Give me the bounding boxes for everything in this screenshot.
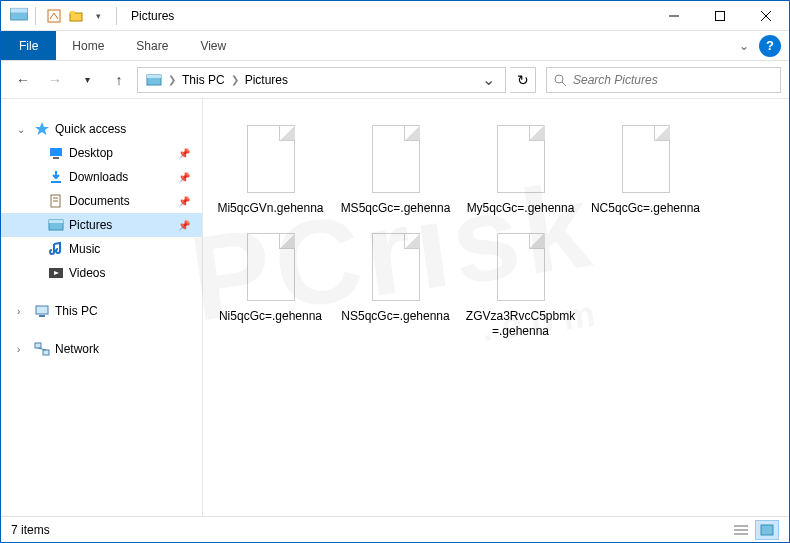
file-item[interactable]: Ni5qcGc=.gehenna <box>213 227 328 340</box>
breadcrumb-this-pc[interactable]: This PC <box>178 73 229 87</box>
chevron-right-icon[interactable]: ❯ <box>229 74 241 85</box>
sidebar-item-videos[interactable]: Videos <box>1 261 202 285</box>
forward-button[interactable]: → <box>41 66 69 94</box>
file-icon <box>614 119 678 199</box>
file-name: Ni5qcGc=.gehenna <box>219 309 322 325</box>
file-name: ZGVza3RvcC5pbmk=.gehenna <box>463 309 578 340</box>
tab-share[interactable]: Share <box>120 31 184 60</box>
search-icon <box>553 73 567 87</box>
file-icon <box>239 119 303 199</box>
svg-rect-32 <box>761 525 773 535</box>
svg-marker-13 <box>35 122 49 135</box>
file-item[interactable]: My5qcGc=.gehenna <box>463 119 578 217</box>
chevron-right-icon[interactable]: › <box>17 344 29 355</box>
thumbnails-view-button[interactable] <box>755 520 779 540</box>
file-item[interactable]: NS5qcGc=.gehenna <box>338 227 453 340</box>
maximize-button[interactable] <box>697 1 743 31</box>
tree-label: Quick access <box>55 122 126 136</box>
details-view-button[interactable] <box>729 520 753 540</box>
location-icon <box>142 72 166 88</box>
tree-label: This PC <box>55 304 98 318</box>
sidebar-item-label: Pictures <box>69 218 112 232</box>
svg-line-28 <box>38 348 46 350</box>
chevron-right-icon[interactable]: ❯ <box>166 74 178 85</box>
sidebar-item-label: Music <box>69 242 100 256</box>
qat-properties-icon[interactable] <box>44 6 64 26</box>
close-button[interactable] <box>743 1 789 31</box>
tree-label: Network <box>55 342 99 356</box>
file-name: NC5qcGc=.gehenna <box>591 201 700 217</box>
file-grid: Mi5qcGVn.gehennaMS5qcGc=.gehennaMy5qcGc=… <box>213 119 779 340</box>
address-dropdown-icon[interactable]: ⌄ <box>476 70 501 89</box>
navigation-pane: ⌄ Quick access Desktop📌Downloads📌Documen… <box>1 99 203 516</box>
svg-rect-6 <box>716 11 725 20</box>
file-item[interactable]: ZGVza3RvcC5pbmk=.gehenna <box>463 227 578 340</box>
network-icon <box>33 340 51 358</box>
address-bar[interactable]: ❯ This PC ❯ Pictures ⌄ <box>137 67 506 93</box>
sidebar-item-music[interactable]: Music <box>1 237 202 261</box>
svg-rect-14 <box>50 148 62 156</box>
file-icon <box>364 119 428 199</box>
sidebar-item-pictures[interactable]: Pictures📌 <box>1 213 202 237</box>
separator <box>35 7 36 25</box>
file-icon <box>489 227 553 307</box>
qat-dropdown-icon[interactable]: ▾ <box>88 6 108 26</box>
sidebar-item-documents[interactable]: Documents📌 <box>1 189 202 213</box>
documents-icon <box>47 192 65 210</box>
tab-home[interactable]: Home <box>56 31 120 60</box>
sidebar-item-label: Videos <box>69 266 105 280</box>
sidebar-item-desktop[interactable]: Desktop📌 <box>1 141 202 165</box>
svg-rect-26 <box>35 343 41 348</box>
downloads-icon <box>47 168 65 186</box>
back-button[interactable]: ← <box>9 66 37 94</box>
pin-icon: 📌 <box>178 220 190 231</box>
sidebar-item-label: Documents <box>69 194 130 208</box>
svg-rect-27 <box>43 350 49 355</box>
recent-dropdown-icon[interactable]: ▾ <box>73 66 101 94</box>
search-box[interactable] <box>546 67 781 93</box>
file-icon <box>239 227 303 307</box>
window-title: Pictures <box>131 9 174 23</box>
svg-rect-24 <box>36 306 48 314</box>
sidebar-item-downloads[interactable]: Downloads📌 <box>1 165 202 189</box>
file-name: MS5qcGc=.gehenna <box>341 201 451 217</box>
breadcrumb-pictures[interactable]: Pictures <box>241 73 292 87</box>
svg-rect-15 <box>53 157 59 159</box>
tree-network[interactable]: › Network <box>1 337 202 361</box>
tree-this-pc[interactable]: › This PC <box>1 299 202 323</box>
desktop-icon <box>47 144 65 162</box>
chevron-right-icon[interactable]: › <box>17 306 29 317</box>
file-pane[interactable]: Mi5qcGVn.gehennaMS5qcGc=.gehennaMy5qcGc=… <box>203 99 789 516</box>
window-controls <box>651 1 789 31</box>
file-name: Mi5qcGVn.gehenna <box>217 201 323 217</box>
file-item[interactable]: Mi5qcGVn.gehenna <box>213 119 328 217</box>
chevron-down-icon[interactable]: ⌄ <box>17 124 29 135</box>
tree-quick-access[interactable]: ⌄ Quick access <box>1 117 202 141</box>
ribbon-expand-icon[interactable]: ⌄ <box>729 31 759 60</box>
up-button[interactable]: ↑ <box>105 66 133 94</box>
qat-newfolder-icon[interactable] <box>66 6 86 26</box>
navigation-bar: ← → ▾ ↑ ❯ This PC ❯ Pictures ⌄ ↻ <box>1 61 789 99</box>
refresh-button[interactable]: ↻ <box>510 67 536 93</box>
minimize-button[interactable] <box>651 1 697 31</box>
status-bar: 7 items <box>1 516 789 542</box>
file-tab[interactable]: File <box>1 31 56 60</box>
file-item[interactable]: MS5qcGc=.gehenna <box>338 119 453 217</box>
pin-icon: 📌 <box>178 172 190 183</box>
videos-icon <box>47 264 65 282</box>
tab-view[interactable]: View <box>184 31 242 60</box>
search-input[interactable] <box>573 73 774 87</box>
help-button[interactable]: ? <box>759 35 781 57</box>
ribbon-tabs: File Home Share View ⌄ ? <box>1 31 789 61</box>
svg-rect-10 <box>147 75 161 78</box>
svg-rect-1 <box>11 8 28 12</box>
file-icon <box>489 119 553 199</box>
file-item[interactable]: NC5qcGc=.gehenna <box>588 119 703 217</box>
svg-line-12 <box>562 82 566 86</box>
svg-rect-4 <box>70 11 75 14</box>
pin-icon: 📌 <box>178 148 190 159</box>
file-name: My5qcGc=.gehenna <box>467 201 575 217</box>
star-icon <box>33 120 51 138</box>
svg-rect-21 <box>49 220 63 223</box>
title-bar: ▾ Pictures <box>1 1 789 31</box>
